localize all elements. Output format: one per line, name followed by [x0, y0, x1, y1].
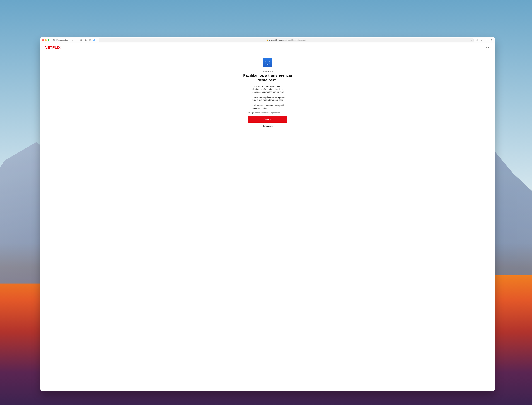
check-icon	[249, 85, 251, 94]
window-controls	[42, 39, 49, 41]
netflix-logo[interactable]: NETFLIX	[45, 45, 61, 50]
page-title: Facilitamos a transferência deste perfil	[243, 73, 292, 82]
tab-group-label: MacMagazine	[56, 39, 68, 41]
window-close-button[interactable]	[42, 39, 44, 41]
extension-icons	[80, 39, 96, 42]
chevron-down-icon: ⌄	[68, 39, 69, 41]
new-tab-icon[interactable]	[485, 39, 488, 42]
svg-point-6	[94, 40, 94, 40]
site-header: NETFLIX Sair	[40, 43, 495, 52]
window-maximize-button[interactable]	[48, 39, 49, 41]
screenshot-icon[interactable]	[93, 39, 96, 42]
bullet-item: Transfira recomendações, histórico de vi…	[249, 85, 286, 94]
url-host: www.netflix.com	[269, 39, 282, 41]
svg-rect-14	[491, 39, 492, 40]
footnote: *A cópia de backup não inclui jogos salv…	[248, 112, 280, 114]
step-current: 1	[268, 71, 269, 73]
reload-icon[interactable]	[470, 39, 472, 41]
url-path: /account/profile/transfercontext	[282, 39, 306, 41]
nav-arrows	[71, 39, 78, 42]
feedback-icon[interactable]	[80, 39, 83, 42]
downloads-icon[interactable]	[476, 39, 479, 42]
window-minimize-button[interactable]	[45, 39, 47, 41]
browser-window: MacMagazine ⌄ 🔒	[40, 37, 495, 391]
step-separator: DE	[269, 71, 272, 73]
browser-toolbar: MacMagazine ⌄ 🔒	[40, 37, 495, 43]
svg-rect-0	[53, 39, 54, 41]
bullet-list: Transfira recomendações, histórico de vi…	[249, 85, 286, 110]
toolbar-right-icons	[476, 39, 493, 42]
svg-rect-15	[491, 40, 492, 41]
next-button[interactable]: Próximo	[248, 116, 287, 123]
bullet-text: Transfira recomendações, histórico de vi…	[252, 85, 286, 94]
tab-group-name[interactable]: MacMagazine ⌄	[56, 39, 69, 41]
profile-avatar	[263, 58, 272, 68]
sidebar-toggle-icon[interactable]	[52, 39, 55, 42]
page-viewport: NETFLIX Sair PASSO 1 DE 3 Facilitamos a …	[40, 43, 495, 391]
svg-rect-7	[94, 40, 94, 40]
step-total: 3	[272, 71, 273, 73]
lock-icon: 🔒	[267, 39, 269, 41]
tab-overview-icon[interactable]	[490, 39, 493, 42]
step-indicator: PASSO 1 DE 3	[262, 71, 273, 73]
bullet-text: Deixaremos uma cópia deste perfil na con…	[252, 104, 286, 110]
bullet-item: Tenha sua própria conta sem perder tudo …	[249, 96, 286, 101]
forward-button[interactable]	[74, 39, 78, 42]
shield-icon[interactable]	[88, 39, 92, 42]
step-prefix: PASSO	[262, 71, 268, 73]
share-icon[interactable]	[481, 39, 484, 42]
back-button[interactable]	[71, 39, 74, 42]
check-icon	[249, 96, 251, 101]
learn-more-link[interactable]: Saiba mais	[263, 125, 273, 127]
address-bar[interactable]: 🔒 www.netflix.com/account/profile/transf…	[99, 38, 474, 42]
translate-icon[interactable]	[84, 39, 87, 42]
bullet-text: Tenha sua própria conta sem perder tudo …	[252, 96, 286, 101]
check-icon	[249, 104, 251, 110]
main-content: PASSO 1 DE 3 Facilitamos a transferência…	[243, 58, 292, 132]
bullet-item: Deixaremos uma cópia deste perfil na con…	[249, 104, 286, 110]
sign-out-link[interactable]: Sair	[486, 46, 490, 49]
